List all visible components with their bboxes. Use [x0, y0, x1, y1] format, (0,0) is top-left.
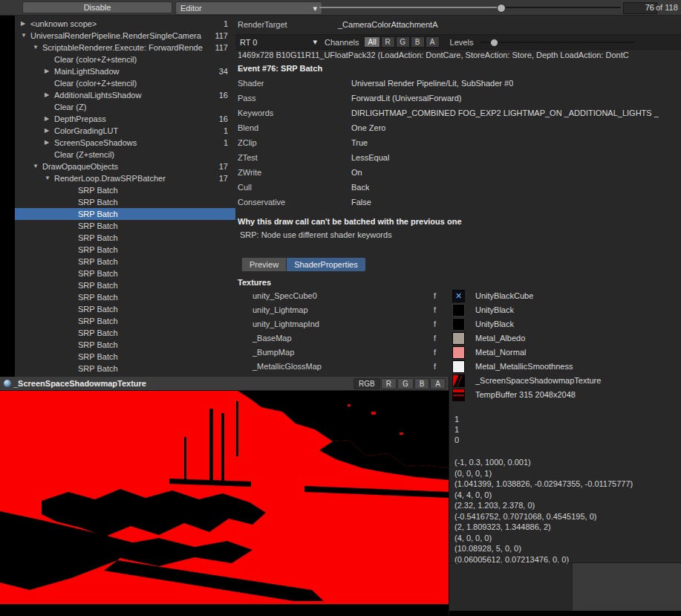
event-label: SRP Batch [78, 291, 118, 303]
preview-titlebar[interactable]: _ScreenSpaceShadowmapTexture RGBRGBA [0, 377, 449, 391]
texture-flag: f [434, 334, 436, 343]
event-label: Clear (color+Z+stencil) [54, 54, 137, 65]
disclosure-arrow-icon[interactable]: ▶ [45, 65, 54, 77]
disclosure-arrow-icon[interactable]: ▶ [45, 125, 54, 137]
event-label: SRP Batch [78, 279, 118, 291]
event-tree-row[interactable]: SRP Batch [15, 363, 235, 375]
chevron-down-icon: ▾ [313, 37, 317, 47]
levels-slider[interactable] [480, 35, 635, 49]
disclosure-arrow-icon[interactable]: ▶ [45, 89, 54, 101]
event-tree-row[interactable]: SRP Batch [15, 279, 235, 291]
frame-slider[interactable] [319, 0, 621, 15]
disclosure-arrow-icon[interactable]: ▼ [33, 161, 42, 172]
event-tree-row[interactable]: SRP Batch [15, 339, 235, 351]
event-tree-row[interactable]: SRP Batch [15, 208, 235, 220]
disclosure-arrow-icon[interactable]: ▶ [45, 137, 54, 149]
shader-property-row: ZTest LessEqual [238, 153, 681, 168]
event-label: SRP Batch [78, 268, 118, 279]
preview-channel-button[interactable]: R [381, 378, 397, 389]
textures-section-title: Textures [238, 278, 271, 287]
detail-tab[interactable]: ShaderProperties [287, 257, 366, 272]
disclosure-arrow-icon[interactable]: ▼ [45, 172, 54, 184]
event-tree-row[interactable]: SRP Batch [15, 244, 235, 256]
event-tree-row[interactable]: SRP Batch [15, 196, 235, 208]
event-tree-row[interactable]: ▼ ScriptableRenderer.Execute: ForwardRen… [15, 42, 235, 54]
frame-number-input[interactable]: 76 [623, 2, 657, 14]
event-tree-row[interactable]: ▶ AdditionalLightsShadow 16 [15, 89, 235, 101]
disclosure-arrow-icon[interactable]: ▶ [21, 18, 30, 30]
disclosure-arrow-icon[interactable]: ▼ [21, 30, 30, 42]
preview-channel-button[interactable]: RGB [353, 378, 380, 389]
event-label: SRP Batch [78, 315, 118, 327]
event-tree-row[interactable]: ▶ DepthPrepass 16 [15, 113, 235, 125]
texture-row[interactable]: unity_SpecCube0 f UnityBlackCube [235, 289, 681, 303]
levels-label: Levels [450, 38, 474, 47]
event-tree-row[interactable]: SRP Batch [15, 220, 235, 232]
shader-property-row: Shader Universal Render Pipeline/Lit, Su… [238, 79, 681, 94]
event-tree-row[interactable]: SRP Batch [15, 351, 235, 363]
texture-thumbnail-icon [452, 389, 465, 401]
shader-property-row: Pass ForwardLit (UniversalForward) [238, 94, 681, 108]
event-tree-row[interactable]: ▶ ScreenSpaceShadows 1 [15, 137, 235, 149]
event-count: 1 [224, 18, 228, 30]
event-tree-row[interactable]: Clear (Z) [15, 101, 235, 113]
levels-slider-track[interactable] [480, 42, 635, 43]
channel-button[interactable]: R [381, 36, 395, 48]
bottom-right-panel [572, 563, 681, 611]
texture-row[interactable]: _MetallicGlossMap f Metal_MetallicSmooth… [235, 360, 681, 374]
event-tree-row[interactable]: Clear (color+Z+stencil) [15, 54, 235, 65]
event-tree-row[interactable]: SRP Batch [15, 232, 235, 244]
shadowmap-preview-image [0, 391, 449, 604]
channel-button[interactable]: G [396, 36, 410, 48]
vector-value: (-0.5416752, 0.7071068, 0.4545195, 0) [454, 512, 633, 523]
texture-row[interactable]: _BaseMap f Metal_Albedo [235, 331, 681, 346]
levels-slider-thumb[interactable] [490, 39, 498, 47]
event-tree-row[interactable]: ▼ UniversalRenderPipeline.RenderSingleCa… [15, 30, 235, 42]
event-tree-row[interactable]: ▼ RenderLoop.DrawSRPBatcher 17 [15, 172, 235, 184]
event-tree-row[interactable]: SRP Batch [15, 291, 235, 303]
texture-row[interactable]: _BumpMap f Metal_Normal [235, 346, 681, 360]
disable-button[interactable]: Disable [22, 1, 172, 13]
texture-row[interactable]: unity_LightmapInd f UnityBlack [235, 317, 681, 331]
shader-property-row: Keywords DIRLIGHTMAP_COMBINED FOG_EXP2 L… [238, 108, 681, 123]
texture-flag: f [434, 348, 436, 357]
event-label: DrawOpaqueObjects [42, 161, 118, 172]
disclosure-arrow-icon[interactable]: ▼ [33, 42, 42, 54]
channel-button[interactable]: B [411, 36, 425, 48]
event-tree-row[interactable]: SRP Batch [15, 256, 235, 268]
shader-property-value: ForwardLit (UniversalForward) [351, 94, 462, 103]
preview-title: _ScreenSpaceShadowmapTexture [13, 379, 353, 388]
event-label: Clear (Z) [54, 101, 86, 113]
batch-break-reason: SRP: Node use different shader keywords [240, 230, 392, 239]
event-tree-row[interactable]: SRP Batch [15, 315, 235, 327]
disclosure-arrow-icon[interactable]: ▶ [45, 113, 54, 125]
preview-channel-button[interactable]: G [397, 378, 414, 389]
event-tree-row[interactable]: ▶ ColorGradingLUT 1 [15, 125, 235, 137]
event-tree-row[interactable]: ▼ DrawOpaqueObjects 17 [15, 161, 235, 172]
channel-button[interactable]: A [426, 36, 440, 48]
texture-property-name: _BaseMap [252, 334, 292, 343]
event-label: Clear (Z+stencil) [54, 149, 114, 161]
shader-properties-list: Shader Universal Render Pipeline/Lit, Su… [238, 79, 681, 213]
preview-channel-button[interactable]: B [414, 378, 430, 389]
frame-slider-thumb[interactable] [497, 4, 506, 13]
channel-button[interactable]: All [364, 36, 379, 48]
event-count: 17 [219, 172, 228, 184]
rt-index-dropdown[interactable]: RT 0 ▾ [235, 37, 322, 47]
rt-index-label: RT 0 [240, 38, 257, 47]
event-tree-row[interactable]: Clear (Z+stencil) [15, 149, 235, 161]
preview-channel-button[interactable]: A [430, 378, 446, 389]
event-tree-row[interactable]: ▶ MainLightShadow 34 [15, 65, 235, 77]
detail-tab[interactable]: Preview [241, 257, 287, 272]
event-tree-row[interactable]: Clear (color+Z+stencil) [15, 77, 235, 89]
event-tree-row[interactable]: SRP Batch [15, 303, 235, 315]
shader-property-row: Cull Back [238, 183, 681, 198]
event-tree-row[interactable]: ▶ <unknown scope> 1 [15, 18, 235, 30]
event-label: SRP Batch [78, 303, 118, 315]
texture-property-name: _BumpMap [252, 348, 294, 357]
target-selector-dropdown[interactable]: Editor ▾ [175, 1, 322, 15]
texture-row[interactable]: unity_Lightmap f UnityBlack [235, 303, 681, 317]
event-tree-row[interactable]: SRP Batch [15, 327, 235, 339]
event-tree-row[interactable]: SRP Batch [15, 184, 235, 196]
event-tree-row[interactable]: SRP Batch [15, 268, 235, 279]
